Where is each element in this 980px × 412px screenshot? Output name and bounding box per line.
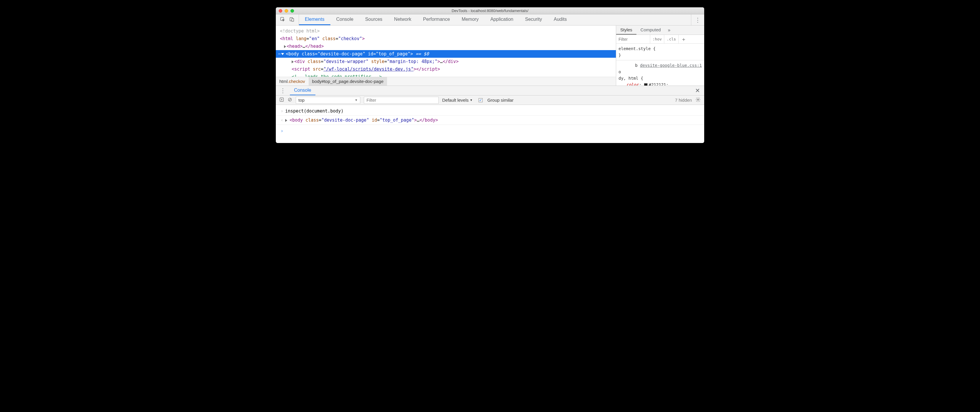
context-selector[interactable]: top▼ (296, 97, 360, 104)
drawer-header: ⋮ Console ✕ (276, 86, 704, 95)
dom-tree[interactable]: <!doctype html> <html lang="en" class="c… (276, 25, 616, 77)
more-menu-icon[interactable]: ⋮ (695, 16, 701, 24)
inline-style-close: } (619, 52, 702, 58)
hov-toggle[interactable]: :hov (650, 35, 664, 43)
group-similar-label: Group similar (487, 98, 514, 103)
clear-console-icon[interactable] (288, 97, 292, 103)
drawer-menu-icon[interactable]: ⋮ (276, 87, 290, 94)
tab-application[interactable]: Application (484, 14, 519, 25)
cls-toggle[interactable]: .cls (664, 35, 678, 43)
dom-doctype[interactable]: <!doctype html> (280, 29, 320, 34)
tab-memory[interactable]: Memory (456, 14, 484, 25)
tab-elements[interactable]: Elements (299, 14, 330, 25)
inline-style-open[interactable]: element.style { (619, 46, 702, 52)
rule-selector-o: o (619, 68, 702, 75)
console-settings-icon[interactable] (695, 97, 701, 103)
tab-sources[interactable]: Sources (359, 14, 388, 25)
color-swatch-icon[interactable] (644, 83, 648, 86)
dom-script-devsite[interactable]: <script src="/wf-local/scripts/devsite-d… (276, 65, 616, 73)
console-input-history[interactable]: › inspect(document.body) (276, 107, 704, 116)
drawer-close-button[interactable]: ✕ (691, 87, 704, 94)
drawer-tab-console[interactable]: Console (290, 86, 315, 95)
elements-panel: <!doctype html> <html lang="en" class="c… (276, 25, 616, 86)
inspect-element-icon[interactable] (280, 17, 285, 23)
computed-tab[interactable]: Computed (636, 25, 665, 35)
dom-body-selected[interactable]: ⋯ <body class="devsite-doc-page" id="top… (276, 50, 616, 58)
collapse-icon[interactable] (281, 53, 284, 55)
new-rule-button[interactable]: ＋ (678, 35, 689, 43)
log-levels-dropdown[interactable]: Default levels▼ (442, 98, 473, 103)
dom-comment[interactable]: <!-- loads the code prettifier --> (276, 73, 616, 77)
console-filter-input[interactable] (364, 97, 439, 104)
dom-div-wrapper[interactable]: <div class="devsite-wrapper" style="marg… (276, 58, 616, 65)
window-title: DevTools - localhost:8080/web/fundamenta… (276, 8, 704, 13)
dom-html-open[interactable]: <html lang="en" class="checkov"> (276, 35, 616, 43)
svg-line-5 (289, 99, 291, 101)
tab-audits[interactable]: Audits (548, 14, 573, 25)
breadcrumb-html[interactable]: html.checkov (276, 77, 309, 86)
hidden-count[interactable]: 7 hidden (675, 98, 692, 103)
devtools-window: DevTools - localhost:8080/web/fundamenta… (276, 7, 704, 143)
rule-selector[interactable]: dy, html { (619, 75, 702, 81)
svg-point-6 (697, 99, 699, 100)
expand-icon[interactable] (292, 60, 294, 63)
main-tabs: Elements Console Sources Network Perform… (299, 14, 573, 25)
tab-network[interactable]: Network (388, 14, 417, 25)
tab-console[interactable]: Console (330, 14, 360, 25)
breadcrumb-body[interactable]: body#top_of_page.devsite-doc-page (309, 77, 387, 86)
console-toolbar: top▼ Default levels▼ ✓ Group similar 7 h… (276, 95, 704, 105)
expand-icon[interactable] (285, 119, 287, 122)
styles-filter-input[interactable] (616, 35, 650, 43)
tab-performance[interactable]: Performance (417, 14, 456, 25)
main-toolbar: Elements Console Sources Network Perform… (276, 14, 704, 25)
console-output[interactable]: › inspect(document.body) ‹ <body class="… (276, 105, 704, 143)
styles-panel: Styles Computed » :hov .cls ＋ element.st… (616, 25, 704, 86)
console-prompt[interactable]: › (276, 125, 704, 137)
rule-color[interactable]: color: #212121; (619, 81, 702, 86)
more-tabs-icon[interactable]: » (665, 27, 673, 33)
svg-rect-2 (292, 19, 294, 21)
tab-security[interactable]: Security (519, 14, 548, 25)
dom-head[interactable]: <head>…</head> (276, 43, 616, 50)
styles-tab[interactable]: Styles (616, 25, 636, 35)
run-icon[interactable] (279, 97, 284, 103)
toggle-device-icon[interactable] (289, 17, 294, 23)
breadcrumb: html.checkov body#top_of_page.devsite-do… (276, 77, 616, 86)
rule-source[interactable]: b devsite-google-blue.css:1 (619, 62, 702, 68)
console-result[interactable]: ‹ <body class="devsite-doc-page" id="top… (276, 116, 704, 125)
window-titlebar: DevTools - localhost:8080/web/fundamenta… (276, 7, 704, 14)
expand-icon[interactable] (284, 45, 286, 48)
group-similar-checkbox[interactable]: ✓ (479, 98, 483, 102)
